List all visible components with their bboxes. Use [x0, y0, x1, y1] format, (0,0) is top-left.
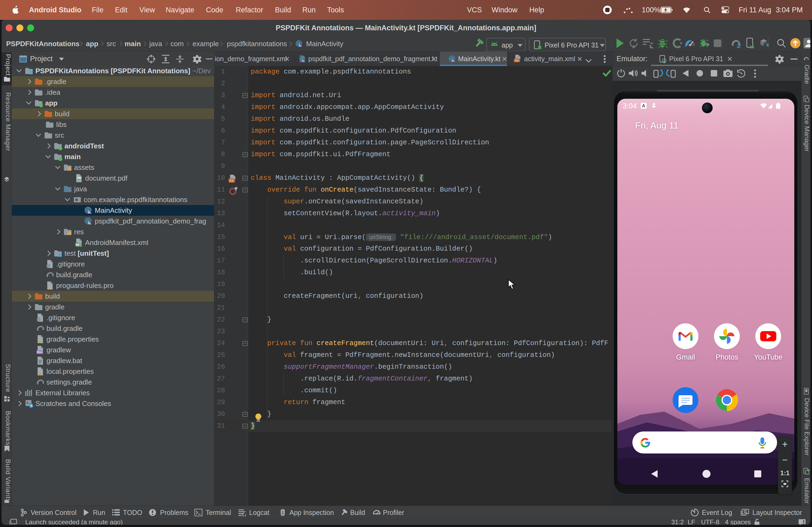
svg-text:A: A: [642, 104, 645, 108]
svg-text:A: A: [632, 44, 635, 49]
